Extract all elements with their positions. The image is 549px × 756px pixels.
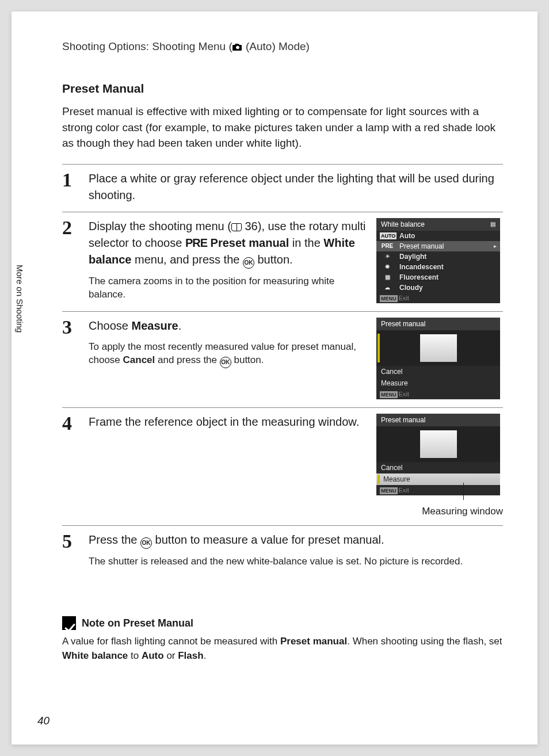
note-body: A value for flash lighting cannot be mea… — [62, 635, 503, 663]
lcd-preview-window — [376, 330, 500, 366]
step-2: 2 Display the shooting menu ( 36), use t… — [62, 212, 503, 311]
lcd-option-measure: Measure — [376, 474, 500, 485]
step-5-number: 5 — [62, 532, 78, 568]
pre-icon-text: PRE — [185, 236, 207, 249]
step-4-number: 4 — [62, 414, 78, 517]
figure-caption: Measuring window — [376, 506, 503, 517]
step-2-subtext: The camera zooms in to the position for … — [89, 274, 366, 302]
sun-icon: ☀ — [380, 253, 395, 259]
step-3: 3 Choose Measure. To apply the most rece… — [62, 311, 503, 407]
step-1: 1 Place a white or gray reference object… — [62, 164, 503, 212]
step-3-subtext: To apply the most recently measured valu… — [89, 340, 366, 369]
cloud-icon: ☁ — [380, 284, 395, 291]
ok-button-icon: OK — [243, 257, 254, 269]
selection-bar-icon — [378, 475, 380, 484]
measuring-window-preview — [420, 334, 457, 362]
lcd-option-measure: Measure — [376, 377, 500, 389]
step-4: 4 Frame the reference object in the meas… — [62, 407, 503, 525]
lcd-item-daylight: ☀ Daylight — [376, 251, 500, 262]
ok-button-icon: OK — [220, 357, 231, 368]
lcd-option-cancel: Cancel — [376, 366, 500, 377]
manual-page: Shooting Options: Shooting Menu ( (Auto)… — [12, 12, 537, 744]
step-4-figure: Preset manual Cancel Measure MENUExit Me… — [376, 414, 503, 517]
side-section-tab: More on Shooting — [12, 253, 28, 344]
step-2-number: 2 — [62, 218, 78, 303]
lcd-title: Preset manual — [376, 318, 500, 330]
step-1-number: 1 — [62, 170, 78, 204]
section-title: Preset Manual — [62, 82, 503, 96]
lcd-item-cloudy: ☁ Cloudy — [376, 282, 500, 293]
intro-paragraph: Preset manual is effective with mixed li… — [62, 104, 503, 151]
pre-badge-icon: PRE — [380, 243, 395, 249]
step-3-text: Choose Measure. — [89, 318, 366, 334]
lcd-footer: MENUExit — [376, 293, 500, 303]
menu-tag-icon: MENU — [380, 391, 398, 398]
lcd-footer: MENUExit — [376, 485, 500, 495]
lcd-title: Preset manual — [376, 414, 500, 426]
breadcrumb-suffix: (Auto) Mode) — [243, 40, 310, 52]
breadcrumb-prefix: Shooting Options: Shooting Menu ( — [62, 40, 232, 52]
lcd-preset-manual-measure: Preset manual Cancel Measure MENUExit — [376, 318, 500, 399]
lcd-footer: MENUExit — [376, 389, 500, 399]
lcd-title: White balance ▤ — [376, 218, 500, 231]
step-3-number: 3 — [62, 318, 78, 399]
note-heading: Note on Preset Manual — [62, 616, 503, 630]
step-2-text: Display the shooting menu ( 36), use the… — [89, 218, 366, 269]
camera-icon — [232, 43, 243, 51]
step-1-text: Place a white or gray reference object u… — [89, 170, 503, 204]
menu-tag-icon: MENU — [380, 487, 398, 494]
fluorescent-icon: ▦ — [380, 274, 395, 280]
lcd-item-incandescent: ✺ Incandescent — [376, 262, 500, 272]
step-5-text: Press the OK button to measure a value f… — [89, 532, 503, 549]
lcd-preset-manual-frame: Preset manual Cancel Measure MENUExit — [376, 414, 500, 495]
lcd-white-balance-menu: White balance ▤ AUTO Auto PRE Preset man… — [376, 218, 500, 303]
menu-indicator-icon: ▤ — [490, 221, 495, 227]
auto-badge-icon: AUTO — [380, 232, 396, 239]
book-icon — [231, 223, 242, 231]
bulb-icon: ✺ — [380, 264, 395, 270]
callout-line — [376, 495, 503, 502]
lcd-item-preset-manual: PRE Preset manual ▸ — [376, 241, 500, 251]
chevron-right-icon: ▸ — [494, 243, 497, 249]
lcd-item-auto: AUTO Auto — [376, 231, 500, 241]
step-5-subtext: The shutter is released and the new whit… — [89, 555, 503, 568]
note-title: Note on Preset Manual — [82, 617, 193, 629]
step-2-figure: White balance ▤ AUTO Auto PRE Preset man… — [376, 218, 503, 303]
page-number: 40 — [37, 715, 49, 727]
checkmark-box-icon — [62, 616, 76, 630]
lcd-item-fluorescent: ▦ Fluorescent — [376, 272, 500, 282]
note-block: Note on Preset Manual A value for flash … — [62, 616, 503, 663]
step-5: 5 Press the OK button to measure a value… — [62, 525, 503, 576]
selection-bar-icon — [378, 334, 380, 362]
menu-tag-icon: MENU — [380, 295, 398, 302]
ok-button-icon: OK — [140, 537, 152, 549]
step-4-text: Frame the reference object in the measur… — [89, 414, 366, 430]
breadcrumb: Shooting Options: Shooting Menu ( (Auto)… — [62, 40, 503, 53]
lcd-option-cancel: Cancel — [376, 462, 500, 474]
measuring-window-preview — [420, 430, 457, 458]
lcd-preview-window — [376, 426, 500, 462]
step-3-figure: Preset manual Cancel Measure MENUExit — [376, 318, 503, 399]
